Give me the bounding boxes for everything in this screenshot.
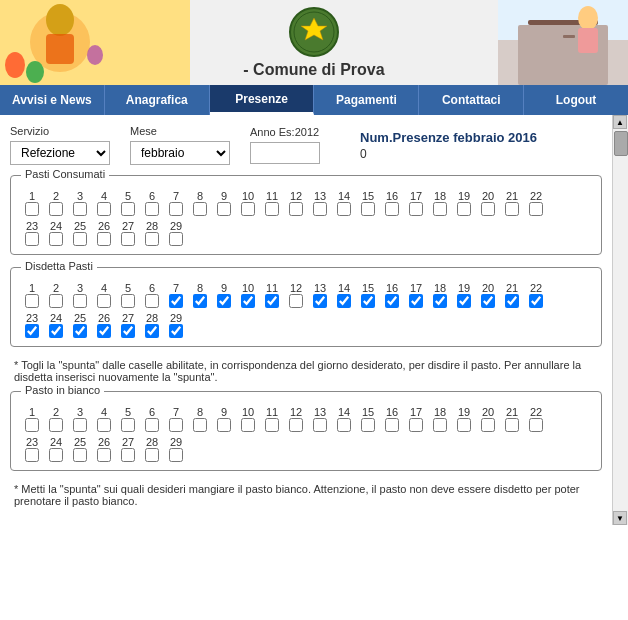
day-checkbox-wrapper[interactable] xyxy=(213,418,235,432)
day-checkbox[interactable] xyxy=(361,294,375,308)
day-checkbox[interactable] xyxy=(73,232,87,246)
day-checkbox-wrapper[interactable] xyxy=(93,418,115,432)
day-checkbox-wrapper[interactable] xyxy=(69,294,91,308)
day-checkbox-wrapper[interactable] xyxy=(309,418,331,432)
nav-presenze[interactable]: Presenze xyxy=(210,85,315,115)
day-checkbox[interactable] xyxy=(121,202,135,216)
day-checkbox-wrapper[interactable] xyxy=(69,418,91,432)
day-checkbox[interactable] xyxy=(409,294,423,308)
day-checkbox[interactable] xyxy=(337,294,351,308)
day-checkbox[interactable] xyxy=(337,202,351,216)
day-checkbox[interactable] xyxy=(49,448,63,462)
day-checkbox-wrapper[interactable] xyxy=(117,324,139,338)
day-checkbox-wrapper[interactable] xyxy=(165,202,187,216)
day-checkbox[interactable] xyxy=(457,294,471,308)
pb-row1-checkboxes[interactable] xyxy=(21,418,591,432)
day-checkbox-wrapper[interactable] xyxy=(405,418,427,432)
day-checkbox[interactable] xyxy=(169,202,183,216)
day-checkbox[interactable] xyxy=(169,294,183,308)
day-checkbox-wrapper[interactable] xyxy=(477,294,499,308)
day-checkbox[interactable] xyxy=(433,294,447,308)
day-checkbox-wrapper[interactable] xyxy=(45,202,67,216)
day-checkbox-wrapper[interactable] xyxy=(45,418,67,432)
day-checkbox-wrapper[interactable] xyxy=(69,202,91,216)
day-checkbox-wrapper[interactable] xyxy=(237,418,259,432)
day-checkbox-wrapper[interactable] xyxy=(429,418,451,432)
day-checkbox[interactable] xyxy=(169,232,183,246)
day-checkbox[interactable] xyxy=(265,294,279,308)
day-checkbox[interactable] xyxy=(193,294,207,308)
day-checkbox[interactable] xyxy=(385,294,399,308)
day-checkbox[interactable] xyxy=(529,202,543,216)
day-checkbox-wrapper[interactable] xyxy=(117,232,139,246)
day-checkbox-wrapper[interactable] xyxy=(285,294,307,308)
day-checkbox-wrapper[interactable] xyxy=(213,202,235,216)
day-checkbox-wrapper[interactable] xyxy=(453,202,475,216)
day-checkbox[interactable] xyxy=(97,232,111,246)
day-checkbox-wrapper[interactable] xyxy=(405,202,427,216)
servizio-select[interactable]: Refezione xyxy=(10,141,110,165)
day-checkbox[interactable] xyxy=(505,294,519,308)
day-checkbox[interactable] xyxy=(145,202,159,216)
day-checkbox[interactable] xyxy=(385,418,399,432)
nav-contattaci[interactable]: Contattaci xyxy=(419,85,524,115)
dp-row2-checkboxes[interactable] xyxy=(21,324,591,338)
day-checkbox-wrapper[interactable] xyxy=(45,294,67,308)
day-checkbox[interactable] xyxy=(289,202,303,216)
day-checkbox[interactable] xyxy=(505,418,519,432)
day-checkbox[interactable] xyxy=(241,202,255,216)
day-checkbox-wrapper[interactable] xyxy=(93,324,115,338)
day-checkbox-wrapper[interactable] xyxy=(477,418,499,432)
dp-row1-checkboxes[interactable] xyxy=(21,294,591,308)
day-checkbox-wrapper[interactable] xyxy=(69,448,91,462)
day-checkbox-wrapper[interactable] xyxy=(213,294,235,308)
day-checkbox[interactable] xyxy=(25,294,39,308)
day-checkbox-wrapper[interactable] xyxy=(333,294,355,308)
scroll-down-arrow[interactable]: ▼ xyxy=(613,511,627,525)
day-checkbox[interactable] xyxy=(169,448,183,462)
day-checkbox-wrapper[interactable] xyxy=(357,294,379,308)
day-checkbox-wrapper[interactable] xyxy=(285,202,307,216)
day-checkbox-wrapper[interactable] xyxy=(405,294,427,308)
day-checkbox-wrapper[interactable] xyxy=(189,294,211,308)
day-checkbox[interactable] xyxy=(121,232,135,246)
day-checkbox-wrapper[interactable] xyxy=(165,324,187,338)
day-checkbox[interactable] xyxy=(145,324,159,338)
day-checkbox-wrapper[interactable] xyxy=(381,418,403,432)
day-checkbox[interactable] xyxy=(241,418,255,432)
day-checkbox[interactable] xyxy=(361,202,375,216)
day-checkbox-wrapper[interactable] xyxy=(117,418,139,432)
day-checkbox-wrapper[interactable] xyxy=(381,202,403,216)
day-checkbox-wrapper[interactable] xyxy=(45,324,67,338)
day-checkbox[interactable] xyxy=(457,418,471,432)
day-checkbox[interactable] xyxy=(145,418,159,432)
pc-row2-checkboxes[interactable] xyxy=(21,232,591,246)
day-checkbox-wrapper[interactable] xyxy=(141,418,163,432)
day-checkbox-wrapper[interactable] xyxy=(165,232,187,246)
day-checkbox-wrapper[interactable] xyxy=(93,448,115,462)
day-checkbox[interactable] xyxy=(217,294,231,308)
day-checkbox[interactable] xyxy=(97,202,111,216)
day-checkbox[interactable] xyxy=(505,202,519,216)
day-checkbox-wrapper[interactable] xyxy=(333,418,355,432)
day-checkbox[interactable] xyxy=(145,232,159,246)
day-checkbox[interactable] xyxy=(529,294,543,308)
day-checkbox-wrapper[interactable] xyxy=(93,232,115,246)
day-checkbox-wrapper[interactable] xyxy=(477,202,499,216)
day-checkbox-wrapper[interactable] xyxy=(237,202,259,216)
day-checkbox[interactable] xyxy=(265,202,279,216)
day-checkbox-wrapper[interactable] xyxy=(165,448,187,462)
day-checkbox[interactable] xyxy=(97,418,111,432)
day-checkbox[interactable] xyxy=(313,202,327,216)
day-checkbox-wrapper[interactable] xyxy=(285,418,307,432)
day-checkbox[interactable] xyxy=(265,418,279,432)
day-checkbox-wrapper[interactable] xyxy=(165,294,187,308)
day-checkbox-wrapper[interactable] xyxy=(45,232,67,246)
day-checkbox-wrapper[interactable] xyxy=(141,202,163,216)
nav-pagamenti[interactable]: Pagamenti xyxy=(314,85,419,115)
day-checkbox-wrapper[interactable] xyxy=(21,202,43,216)
day-checkbox-wrapper[interactable] xyxy=(117,294,139,308)
day-checkbox[interactable] xyxy=(49,202,63,216)
day-checkbox[interactable] xyxy=(193,202,207,216)
day-checkbox-wrapper[interactable] xyxy=(381,294,403,308)
